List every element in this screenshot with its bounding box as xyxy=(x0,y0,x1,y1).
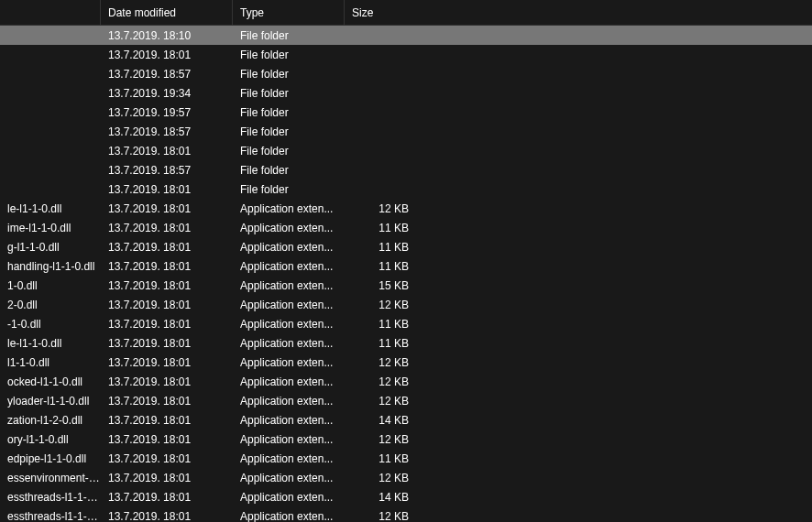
file-date-cell: 13.7.2019. 18:01 xyxy=(101,452,233,465)
file-row[interactable]: le-l1-1-0.dll13.7.2019. 18:01Application… xyxy=(0,199,812,218)
file-date-cell: 13.7.2019. 18:57 xyxy=(101,164,233,177)
file-type-cell: File folder xyxy=(233,49,345,61)
file-row[interactable]: ocked-l1-1-0.dll13.7.2019. 18:01Applicat… xyxy=(0,372,812,391)
file-size-cell: 12 KB xyxy=(345,356,416,369)
file-date-cell: 13.7.2019. 19:34 xyxy=(101,87,233,100)
file-name-cell: ory-l1-1-0.dll xyxy=(0,433,101,446)
file-type-cell: Application exten... xyxy=(233,356,345,369)
file-name-cell: essthreads-l1-1-0.dll xyxy=(0,491,101,504)
file-name-cell: ime-l1-1-0.dll xyxy=(0,222,101,234)
file-size-cell: 11 KB xyxy=(345,260,416,273)
column-header-row: Date modified Type Size xyxy=(0,0,812,26)
file-type-cell: Application exten... xyxy=(233,202,345,215)
file-date-cell: 13.7.2019. 18:01 xyxy=(101,49,233,61)
file-name-cell: 2-0.dll xyxy=(0,299,101,311)
file-row[interactable]: 13.7.2019. 18:10File folder xyxy=(0,26,812,45)
file-date-cell: 13.7.2019. 18:01 xyxy=(101,433,233,446)
column-header-date-modified[interactable]: Date modified xyxy=(101,0,233,25)
file-row[interactable]: yloader-l1-1-0.dll13.7.2019. 18:01Applic… xyxy=(0,391,812,410)
file-row[interactable]: essenvironment-l1...13.7.2019. 18:01Appl… xyxy=(0,468,812,487)
file-date-cell: 13.7.2019. 18:01 xyxy=(101,395,233,408)
file-date-cell: 13.7.2019. 18:01 xyxy=(101,145,233,158)
file-size-cell: 11 KB xyxy=(345,337,416,350)
column-header-size[interactable]: Size xyxy=(345,0,416,25)
file-name-cell: yloader-l1-1-0.dll xyxy=(0,395,101,408)
file-row[interactable]: 13.7.2019. 19:34File folder xyxy=(0,83,812,103)
file-size-cell: 11 KB xyxy=(345,318,416,331)
file-date-cell: 13.7.2019. 18:01 xyxy=(101,202,233,215)
file-name-cell: g-l1-1-0.dll xyxy=(0,241,101,254)
file-row[interactable]: l1-1-0.dll13.7.2019. 18:01Application ex… xyxy=(0,353,812,372)
file-row[interactable]: essthreads-l1-1-1...13.7.2019. 18:01Appl… xyxy=(0,506,812,522)
file-size-cell: 12 KB xyxy=(345,395,416,408)
file-size-cell: 11 KB xyxy=(345,452,416,465)
file-size-cell: 12 KB xyxy=(345,433,416,446)
file-name-cell: le-l1-1-0.dll xyxy=(0,202,101,215)
file-size-cell: 15 KB xyxy=(345,279,416,292)
file-date-cell: 13.7.2019. 18:10 xyxy=(101,29,233,42)
file-type-cell: Application exten... xyxy=(233,472,345,484)
file-date-cell: 13.7.2019. 18:01 xyxy=(101,183,233,196)
file-name-cell: 1-0.dll xyxy=(0,279,101,292)
file-type-cell: File folder xyxy=(233,125,345,138)
file-date-cell: 13.7.2019. 18:01 xyxy=(101,241,233,254)
file-row[interactable]: 13.7.2019. 18:01File folder xyxy=(0,179,812,199)
file-type-cell: Application exten... xyxy=(233,299,345,311)
file-type-cell: Application exten... xyxy=(233,395,345,408)
file-row[interactable]: le-l1-1-0.dll13.7.2019. 18:01Application… xyxy=(0,333,812,353)
file-type-cell: File folder xyxy=(233,145,345,158)
file-type-cell: Application exten... xyxy=(233,337,345,350)
file-name-cell: zation-l1-2-0.dll xyxy=(0,414,101,427)
file-row[interactable]: handling-l1-1-0.dll13.7.2019. 18:01Appli… xyxy=(0,256,812,276)
column-header-name[interactable] xyxy=(0,0,101,25)
file-type-cell: Application exten... xyxy=(233,414,345,427)
file-row[interactable]: 13.7.2019. 18:01File folder xyxy=(0,45,812,64)
file-type-cell: File folder xyxy=(233,164,345,177)
file-type-cell: File folder xyxy=(233,87,345,100)
file-row[interactable]: essthreads-l1-1-0.dll13.7.2019. 18:01App… xyxy=(0,487,812,506)
file-type-cell: File folder xyxy=(233,68,345,81)
file-size-cell: 12 KB xyxy=(345,202,416,215)
file-type-cell: Application exten... xyxy=(233,260,345,273)
file-name-cell: l1-1-0.dll xyxy=(0,356,101,369)
file-row[interactable]: -1-0.dll13.7.2019. 18:01Application exte… xyxy=(0,314,812,333)
file-row[interactable]: 13.7.2019. 18:01File folder xyxy=(0,141,812,160)
file-type-cell: File folder xyxy=(233,183,345,196)
file-row[interactable]: zation-l1-2-0.dll13.7.2019. 18:01Applica… xyxy=(0,410,812,430)
file-date-cell: 13.7.2019. 18:01 xyxy=(101,279,233,292)
file-type-cell: Application exten... xyxy=(233,433,345,446)
file-date-cell: 13.7.2019. 18:01 xyxy=(101,375,233,388)
file-date-cell: 13.7.2019. 18:01 xyxy=(101,510,233,523)
file-row[interactable]: ime-l1-1-0.dll13.7.2019. 18:01Applicatio… xyxy=(0,218,812,237)
file-date-cell: 13.7.2019. 18:01 xyxy=(101,414,233,427)
file-size-cell: 12 KB xyxy=(345,510,416,523)
file-size-cell: 12 KB xyxy=(345,375,416,388)
file-row[interactable]: 1-0.dll13.7.2019. 18:01Application exten… xyxy=(0,276,812,295)
file-type-cell: File folder xyxy=(233,29,345,42)
file-name-cell: ocked-l1-1-0.dll xyxy=(0,375,101,388)
file-date-cell: 13.7.2019. 18:01 xyxy=(101,491,233,504)
file-row[interactable]: ory-l1-1-0.dll13.7.2019. 18:01Applicatio… xyxy=(0,430,812,449)
file-row[interactable]: edpipe-l1-1-0.dll13.7.2019. 18:01Applica… xyxy=(0,449,812,468)
file-date-cell: 13.7.2019. 18:57 xyxy=(101,125,233,138)
file-date-cell: 13.7.2019. 18:01 xyxy=(101,472,233,484)
file-size-cell: 12 KB xyxy=(345,299,416,311)
file-row[interactable]: 13.7.2019. 18:57File folder xyxy=(0,160,812,179)
file-row[interactable]: g-l1-1-0.dll13.7.2019. 18:01Application … xyxy=(0,237,812,256)
file-name-cell: handling-l1-1-0.dll xyxy=(0,260,101,273)
column-header-type[interactable]: Type xyxy=(233,0,345,25)
file-row[interactable]: 13.7.2019. 18:57File folder xyxy=(0,64,812,83)
file-date-cell: 13.7.2019. 18:01 xyxy=(101,299,233,311)
file-name-cell: -1-0.dll xyxy=(0,318,101,331)
file-row[interactable]: 13.7.2019. 18:57File folder xyxy=(0,122,812,141)
file-type-cell: Application exten... xyxy=(233,491,345,504)
file-name-cell: le-l1-1-0.dll xyxy=(0,337,101,350)
file-list: 13.7.2019. 18:10File folder13.7.2019. 18… xyxy=(0,26,812,522)
file-date-cell: 13.7.2019. 18:57 xyxy=(101,68,233,81)
file-size-cell: 14 KB xyxy=(345,491,416,504)
file-type-cell: Application exten... xyxy=(233,222,345,234)
file-size-cell: 11 KB xyxy=(345,222,416,234)
file-row[interactable]: 13.7.2019. 19:57File folder xyxy=(0,103,812,122)
file-row[interactable]: 2-0.dll13.7.2019. 18:01Application exten… xyxy=(0,295,812,314)
file-type-cell: Application exten... xyxy=(233,510,345,523)
